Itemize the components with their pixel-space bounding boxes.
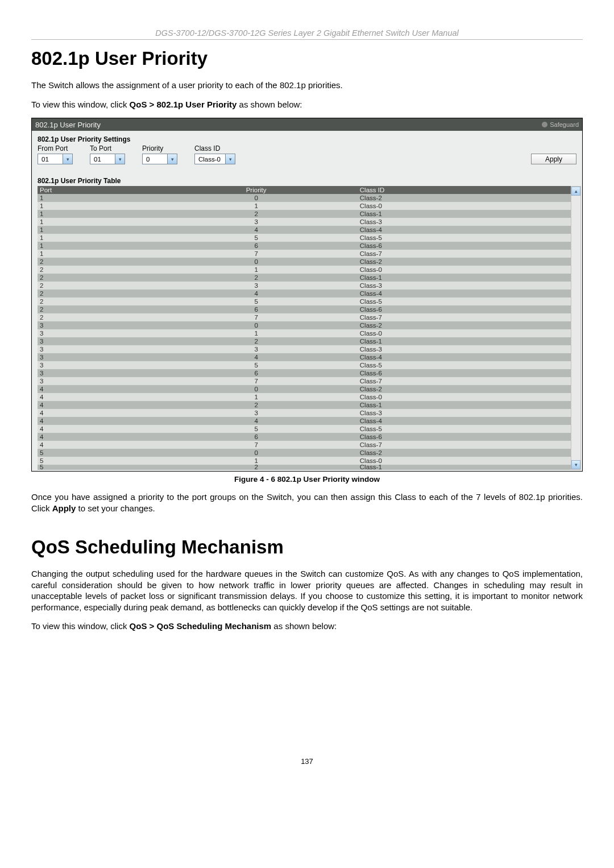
table-row: 11Class-0 [38,202,571,210]
cell-priority: 7 [155,441,357,449]
cell-port: 2 [38,290,155,297]
scroll-down-icon[interactable]: ▾ [571,460,580,469]
after-figure-bold: Apply [52,503,76,513]
table-row: 50Class-2 [38,449,571,457]
cell-priority: 2 [155,210,357,218]
cell-port: 4 [38,425,155,433]
table-row: 17Class-7 [38,250,571,258]
cell-port: 1 [38,194,155,202]
cell-classid: Class-2 [358,449,571,457]
table-row: 52Class-1 [38,465,571,470]
from-port-select[interactable]: 01 ▾ [38,154,73,164]
cell-classid: Class-3 [358,345,571,353]
cell-port: 4 [38,393,155,401]
table-scrollbar[interactable]: ▴ ▾ [571,186,581,470]
cell-priority: 3 [155,218,357,226]
cell-priority: 7 [155,313,357,321]
classid-select[interactable]: Class-0 ▾ [194,154,235,164]
cell-classid: Class-7 [358,377,571,385]
table-row: 37Class-7 [38,377,571,385]
table-row: 26Class-6 [38,305,571,313]
settings-block: 802.1p User Priority Settings From Port … [32,131,582,171]
user-priority-window: 802.1p User Priority Safeguard 802.1p Us… [31,118,583,472]
cell-priority: 5 [155,425,357,433]
cell-priority: 0 [155,321,357,329]
apply-button[interactable]: Apply [531,154,576,164]
table-row: 24Class-4 [38,290,571,297]
cell-priority: 2 [155,274,357,282]
cell-port: 2 [38,305,155,313]
safeguard-icon [542,122,547,127]
cell-classid: Class-5 [358,297,571,305]
chevron-down-icon: ▾ [225,154,235,164]
cell-classid: Class-7 [358,250,571,258]
to-port-value: 01 [94,156,101,163]
cell-classid: Class-4 [358,226,571,234]
cell-priority: 6 [155,369,357,377]
classid-value: Class-0 [198,156,221,163]
cell-classid: Class-1 [358,337,571,345]
table-row: 47Class-7 [38,441,571,449]
cell-classid: Class-2 [358,258,571,266]
cell-priority: 4 [155,290,357,297]
cell-priority: 0 [155,385,357,393]
cell-classid: Class-2 [358,194,571,202]
cell-priority: 1 [155,329,357,337]
cell-port: 4 [38,401,155,409]
cell-classid: Class-5 [358,234,571,242]
table-row: 35Class-5 [38,361,571,369]
cell-port: 3 [38,361,155,369]
cell-classid: Class-2 [358,385,571,393]
running-header: DGS-3700-12/DGS-3700-12G Series Layer 2 … [31,28,583,40]
heading-qos-scheduling: QoS Scheduling Mechanism [31,536,583,558]
cell-port: 4 [38,409,155,417]
table-row: 42Class-1 [38,401,571,409]
priority-select[interactable]: 0 ▾ [142,154,177,164]
qos-nav-path: QoS > QoS Scheduling Mechanism [130,621,272,631]
table-heading: 802.1p User Priority Table [32,171,582,186]
cell-port: 3 [38,353,155,361]
cell-port: 1 [38,234,155,242]
table-row: 40Class-2 [38,385,571,393]
cell-priority: 3 [155,409,357,417]
heading-8021p-user-priority: 802.1p User Priority [31,48,583,69]
cell-classid: Class-4 [358,353,571,361]
cell-port: 1 [38,242,155,250]
cell-classid: Class-1 [358,210,571,218]
after-figure-suffix: to set your changes. [76,503,155,513]
settings-heading: 802.1p User Priority Settings [38,135,576,143]
table-row: 25Class-5 [38,297,571,305]
cell-priority: 5 [155,297,357,305]
classid-label: Class ID [194,144,235,152]
col-header-classid: Class ID [358,186,571,194]
cell-classid: Class-0 [358,393,571,401]
cell-classid: Class-4 [358,290,571,297]
chevron-down-icon: ▾ [63,154,72,164]
cell-port: 1 [38,250,155,258]
to-port-select[interactable]: 01 ▾ [90,154,125,164]
cell-port: 1 [38,210,155,218]
from-port-label: From Port [38,144,73,152]
cell-classid: Class-3 [358,218,571,226]
cell-priority: 3 [155,345,357,353]
cell-priority: 1 [155,202,357,210]
table-row: 46Class-6 [38,433,571,441]
cell-priority: 6 [155,305,357,313]
cell-priority: 3 [155,282,357,290]
cell-priority: 1 [155,266,357,274]
cell-port: 4 [38,433,155,441]
table-row: 27Class-7 [38,313,571,321]
chevron-down-icon: ▾ [167,154,177,164]
nav-path: QoS > 802.1p User Priority [130,100,237,109]
nav-instruction-suffix: as shown below: [237,100,302,109]
qos-nav-prefix: To view this window, click [31,621,130,631]
scroll-up-icon[interactable]: ▴ [571,187,580,196]
cell-priority: 6 [155,433,357,441]
cell-priority: 2 [155,465,357,470]
chevron-down-icon: ▾ [115,154,125,164]
cell-port: 2 [38,313,155,321]
cell-priority: 1 [155,393,357,401]
cell-port: 5 [38,465,155,470]
table-row: 23Class-3 [38,282,571,290]
cell-priority: 5 [155,234,357,242]
